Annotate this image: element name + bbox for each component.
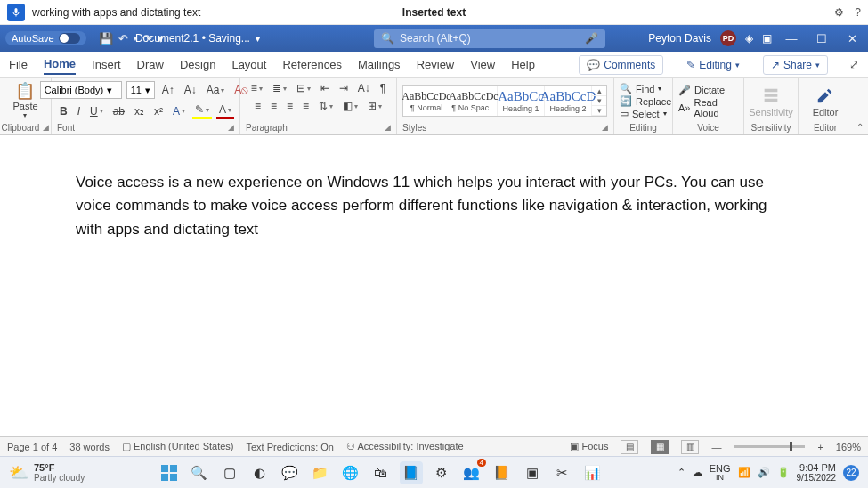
indent-icon[interactable]: ⇥	[337, 81, 351, 95]
toggle-switch-icon[interactable]	[59, 33, 80, 44]
bullets-icon[interactable]: ≡▾	[248, 81, 265, 95]
font-size-select[interactable]: 11▾	[126, 81, 155, 99]
save-icon[interactable]: 💾	[99, 32, 113, 45]
underline-button[interactable]: U▾	[87, 104, 106, 118]
line-spacing-icon[interactable]: ⇅▾	[316, 99, 336, 113]
mic-icon[interactable]	[7, 4, 25, 21]
settings-taskbar-icon[interactable]: ⚙	[430, 461, 453, 484]
shrink-font-icon[interactable]: A↓	[182, 83, 199, 97]
chevron-down-icon[interactable]: ▾	[592, 96, 606, 106]
tab-references[interactable]: References	[282, 55, 341, 74]
change-case-icon[interactable]: Aa▾	[204, 83, 228, 97]
show-marks-icon[interactable]: ¶	[377, 81, 388, 95]
styles-nav[interactable]: ▴▾▾	[592, 86, 606, 116]
zoom-out-button[interactable]: —	[711, 442, 721, 452]
search-box[interactable]: 🔍 Search (Alt+Q) 🎤	[374, 29, 605, 48]
avatar[interactable]: PD	[720, 30, 736, 46]
diamond-icon[interactable]: ◈	[745, 32, 753, 45]
zoom-slider[interactable]	[734, 445, 805, 448]
snip-icon[interactable]: ✂	[551, 461, 574, 484]
maximize-button[interactable]: ☐	[811, 32, 832, 45]
align-center-icon[interactable]: ≡	[268, 99, 280, 113]
powerpoint-icon[interactable]: 📙	[491, 461, 514, 484]
dictate-button[interactable]: 🎤 Dictate	[678, 85, 738, 96]
font-family-select[interactable]: Calibri (Body)▾	[40, 81, 122, 99]
tab-home[interactable]: Home	[44, 54, 76, 75]
dialog-launcher-icon[interactable]: ◢	[228, 123, 234, 132]
tab-review[interactable]: Review	[417, 55, 455, 74]
justify-icon[interactable]: ≡	[300, 99, 312, 113]
dialog-launcher-icon[interactable]: ◢	[43, 123, 49, 132]
wifi-icon[interactable]: 📶	[738, 467, 750, 478]
strike-button[interactable]: ab	[110, 104, 127, 118]
focus-mode-button[interactable]: ▣ Focus	[570, 441, 608, 452]
superscript-button[interactable]: x²	[151, 104, 166, 118]
search-taskbar-icon[interactable]: 🔍	[188, 461, 211, 484]
tab-mailings[interactable]: Mailings	[358, 55, 401, 74]
shading-icon[interactable]: ◧▾	[340, 99, 361, 113]
text-predictions[interactable]: Text Predictions: On	[246, 442, 333, 452]
explorer-icon[interactable]: 📁	[309, 461, 332, 484]
read-mode-icon[interactable]: ▤	[621, 440, 638, 454]
gear-icon[interactable]: ⚙	[834, 6, 844, 19]
task-view-icon[interactable]: ▢	[218, 461, 241, 484]
help-icon[interactable]: ?	[855, 6, 861, 19]
font-color-icon[interactable]: A▾	[216, 102, 234, 119]
grow-font-icon[interactable]: A↑	[159, 83, 177, 97]
select-button[interactable]: ▭ Select ▾	[620, 108, 671, 119]
notifications-button[interactable]: 22	[843, 465, 859, 481]
teams-icon[interactable]: 👥	[460, 461, 483, 484]
numbering-icon[interactable]: ≣▾	[270, 81, 289, 95]
paste-button[interactable]: 📋 Paste ▾	[12, 81, 37, 119]
close-button[interactable]: ✕	[841, 32, 863, 45]
align-left-icon[interactable]: ≡	[252, 99, 264, 113]
tab-help[interactable]: Help	[511, 55, 535, 74]
tab-design[interactable]: Design	[180, 55, 215, 74]
app-icon[interactable]: 📊	[581, 461, 604, 484]
find-button[interactable]: 🔍 Find ▾	[620, 83, 671, 94]
style-nospacing[interactable]: AaBbCcDc¶ No Spac...	[450, 86, 498, 116]
edge-icon[interactable]: 🌐	[339, 461, 362, 484]
style-normal[interactable]: AaBbCcDc¶ Normal	[403, 86, 450, 116]
tab-layout[interactable]: Layout	[231, 55, 266, 74]
editor-button[interactable]: Editor	[804, 85, 847, 118]
clock[interactable]: 9:04 PM 9/15/2022	[797, 462, 837, 483]
share-button[interactable]: ↗ Share ▾	[763, 55, 828, 75]
read-aloud-button[interactable]: A» Read Aloud	[678, 97, 738, 118]
highlight-icon[interactable]: ✎▾	[192, 102, 212, 119]
chat-icon[interactable]: 💬	[279, 461, 302, 484]
document-paragraph[interactable]: Voice access is a new experience on Wind…	[76, 171, 792, 241]
tab-insert[interactable]: Insert	[92, 55, 121, 74]
borders-icon[interactable]: ⊞▾	[365, 99, 385, 113]
document-area[interactable]: Voice access is a new experience on Wind…	[0, 135, 868, 436]
tab-draw[interactable]: Draw	[137, 55, 164, 74]
dialog-launcher-icon[interactable]: ◢	[385, 123, 391, 132]
chevron-up-icon[interactable]: ▴	[592, 86, 606, 96]
text-effects-icon[interactable]: A▾	[170, 104, 188, 118]
accessibility-status[interactable]: ⚇ Accessibility: Investigate	[346, 441, 464, 452]
user-name[interactable]: Peyton Davis	[648, 32, 711, 45]
tab-view[interactable]: View	[470, 55, 495, 74]
outdent-icon[interactable]: ⇤	[318, 81, 332, 95]
autosave-toggle[interactable]: AutoSave	[5, 31, 86, 45]
style-heading1[interactable]: AaBbCcHeading 1	[498, 86, 545, 116]
document-title[interactable]: Document2.1 • Saving... ▾	[135, 32, 260, 45]
dialog-launcher-icon[interactable]: ◢	[602, 123, 608, 132]
align-right-icon[interactable]: ≡	[284, 99, 296, 113]
language-indicator[interactable]: ▢ English (United States)	[122, 441, 234, 452]
bold-button[interactable]: B	[57, 104, 70, 118]
subscript-button[interactable]: x₂	[132, 104, 147, 118]
chevron-down-icon[interactable]: ▾	[256, 34, 260, 44]
style-heading2[interactable]: AaBbCcDHeading 2	[545, 86, 592, 116]
sensitivity-button[interactable]: Sensitivity	[750, 85, 792, 118]
terminal-icon[interactable]: ▣	[521, 461, 544, 484]
tab-file[interactable]: File	[9, 55, 28, 74]
present-icon[interactable]: ▣	[762, 32, 772, 45]
start-button[interactable]	[158, 461, 181, 484]
tray-chevron-icon[interactable]: ⌃	[677, 467, 685, 478]
zoom-in-button[interactable]: +	[817, 442, 823, 452]
collapse-ribbon-icon[interactable]: ⤢	[849, 58, 859, 71]
multilevel-icon[interactable]: ⊟▾	[294, 81, 313, 95]
volume-icon[interactable]: 🔊	[758, 467, 770, 478]
search-mic-icon[interactable]: 🎤	[585, 32, 598, 45]
